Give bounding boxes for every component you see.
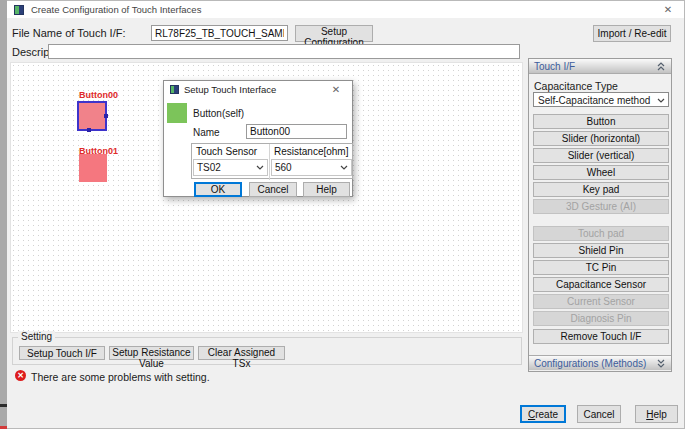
setup-touch-interface-dialog: Setup Touch Interface ✕ Button(self) Nam…	[163, 80, 353, 197]
chevron-down-icon	[340, 165, 348, 170]
touch-sensor-value: TS02	[197, 162, 221, 173]
tool-touch-pad: Touch pad	[533, 226, 669, 241]
setup-configuration-button[interactable]: Setup Configuration	[295, 25, 373, 42]
touch-if-panel-title: Touch I/F	[534, 61, 575, 72]
resize-handle-right[interactable]	[104, 114, 108, 118]
tool-slider-horizontal[interactable]: Slider (horizontal)	[533, 131, 669, 146]
close-icon[interactable]: ✕	[660, 3, 676, 16]
background-divider	[0, 404, 7, 407]
chevron-down-icon	[657, 98, 665, 103]
chevron-down-icon	[256, 165, 264, 170]
touch-sensor-column-header: Touch Sensor	[196, 146, 257, 157]
touch-sensor-select[interactable]: TS02	[193, 159, 268, 176]
cancel-button[interactable]: Cancel	[577, 405, 621, 423]
expand-down-icon[interactable]	[656, 358, 666, 369]
tool-tc-pin[interactable]: TC Pin	[533, 260, 669, 275]
import-reedit-button[interactable]: Import / Re-edit	[593, 25, 671, 42]
capacitance-type-value: Self-Capacitance method	[538, 95, 650, 106]
tool-current-sensor: Current Sensor	[533, 294, 669, 309]
tool-button-list: Button Slider (horizontal) Slider (verti…	[533, 114, 669, 346]
modal-titlebar: Setup Touch Interface ✕	[164, 81, 352, 98]
modal-ok-button[interactable]: OK	[194, 182, 242, 197]
configurations-methods-title: Configurations (Methods)	[534, 358, 646, 369]
tool-shield-pin[interactable]: Shield Pin	[533, 243, 669, 258]
dialog-titlebar: Create Configuration of Touch Interfaces…	[7, 1, 684, 18]
capacitance-type-label: Capacitance Type	[534, 80, 618, 92]
error-icon: ✕	[15, 370, 26, 381]
modal-close-icon[interactable]: ✕	[328, 83, 344, 96]
clear-assigned-tsx-button[interactable]: Clear Assigned TSx	[198, 346, 285, 360]
setup-touch-if-button[interactable]: Setup Touch I/F	[19, 346, 105, 360]
tool-slider-vertical[interactable]: Slider (vertical)	[533, 148, 669, 163]
help-button[interactable]: Help	[635, 405, 678, 423]
sensor-assignment-table: Touch Sensor Resistance[ohm] TS02 560	[191, 143, 353, 179]
create-button[interactable]: Create	[520, 405, 566, 423]
modal-help-button[interactable]: Help	[303, 182, 350, 197]
touch-button-shape-button00[interactable]	[77, 101, 107, 131]
file-name-input[interactable]	[151, 25, 288, 41]
resize-handle-bottom[interactable]	[87, 128, 91, 132]
column-divider	[269, 144, 270, 180]
resistance-column-header: Resistance[ohm]	[274, 146, 348, 157]
tool-capacitance-sensor[interactable]: Capacitance Sensor	[533, 277, 669, 292]
file-name-label: File Name of Touch I/F:	[12, 27, 126, 39]
touch-button-shape-button01[interactable]	[79, 154, 107, 182]
screen: Create Configuration of Touch Interfaces…	[0, 0, 685, 429]
remove-touch-if-button[interactable]: Remove Touch I/F	[533, 329, 669, 344]
background-app-edge	[0, 0, 7, 429]
modal-title: Setup Touch Interface	[184, 84, 276, 95]
modal-cancel-button[interactable]: Cancel	[249, 182, 297, 197]
tool-wheel[interactable]: Wheel	[533, 165, 669, 180]
app-icon	[14, 5, 24, 15]
capacitance-type-select[interactable]: Self-Capacitance method	[533, 92, 669, 107]
name-label: Name	[193, 127, 220, 138]
collapse-up-icon[interactable]	[656, 61, 666, 72]
description-input[interactable]	[48, 44, 520, 59]
error-message: There are some problems with setting.	[31, 371, 210, 383]
touch-type-label: Button(self)	[193, 108, 244, 119]
tool-key-pad[interactable]: Key pad	[533, 182, 669, 197]
tool-button[interactable]: Button	[533, 114, 669, 129]
modal-app-icon	[170, 85, 179, 94]
tool-diagnosis-pin: Diagnosis Pin	[533, 311, 669, 326]
touch-type-swatch	[167, 103, 187, 123]
touch-if-panel: Touch I/F Capacitance Type Self-Capacita…	[528, 58, 672, 372]
dialog-title: Create Configuration of Touch Interfaces	[31, 4, 201, 15]
tool-3d-gesture: 3D Gesture (AI)	[533, 199, 669, 214]
setup-resistance-value-button[interactable]: Setup Resistance Value	[109, 346, 194, 360]
shape-label: Button00	[79, 90, 118, 100]
setting-group-label: Setting	[18, 331, 55, 342]
configurations-methods-header[interactable]: Configurations (Methods)	[529, 355, 671, 370]
resistance-select[interactable]: 560	[271, 159, 352, 176]
resistance-value: 560	[275, 162, 292, 173]
touch-if-panel-header[interactable]: Touch I/F	[529, 59, 671, 74]
name-input[interactable]	[246, 124, 347, 139]
